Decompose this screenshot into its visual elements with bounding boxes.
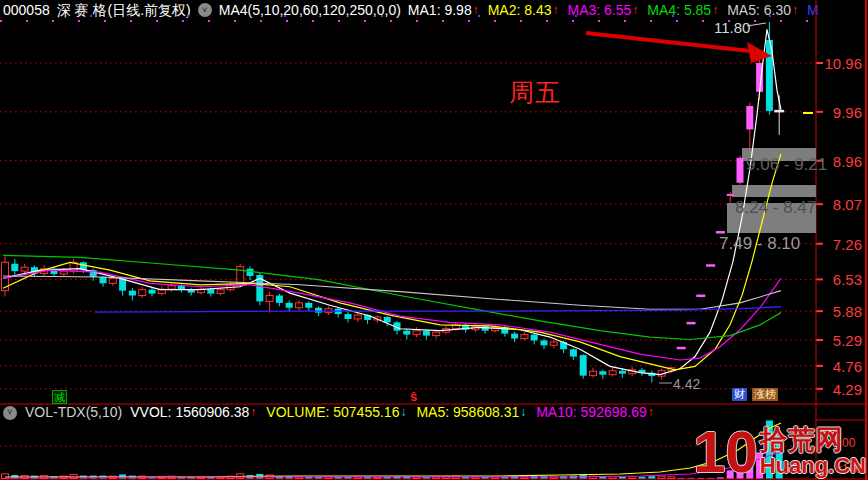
site-watermark: 10 拾荒网 Huang.CN xyxy=(693,424,866,480)
indicator-value: MA5: 958608.31↓ xyxy=(416,405,526,420)
sell-signal-marker: ŝ xyxy=(410,389,417,404)
up-arrow-icon: ↑ xyxy=(250,405,256,420)
axis-price-label: 4.29 xyxy=(818,381,862,398)
gap-range-label-2: 8.24 - 8.47 xyxy=(735,198,816,218)
reduce-signal-marker: 减 xyxy=(52,390,67,404)
up-arrow-icon: ↑ xyxy=(648,405,654,420)
high-price-label: 11.80 xyxy=(714,19,750,36)
axis-price-label: 5.88 xyxy=(818,303,862,320)
indicator-value: VOLUME: 507455.16↓ xyxy=(266,405,406,420)
watermark-domain: Huang.CN xyxy=(760,454,866,477)
stock-chart-app: 000058 深 赛 格 (日线.前复权) ˅ MA4(5,10,20,60,1… xyxy=(0,0,868,480)
gap-range-label-3: 7.49 - 8.10 xyxy=(719,234,800,254)
finance-badge[interactable]: 财 xyxy=(732,388,747,401)
axis-price-label: 5.29 xyxy=(818,332,862,349)
down-arrow-icon: ↓ xyxy=(520,405,526,420)
gap-range-label-1: 9.06 - 9.21 xyxy=(746,155,827,175)
gainers-badge[interactable]: 涨榜 xyxy=(752,388,778,401)
axis-price-label: 8.07 xyxy=(818,196,862,213)
indicator-value: MA10: 592698.69↑ xyxy=(536,405,654,420)
axis-price-label: 7.26 xyxy=(818,236,862,253)
axis-price-label: 6.53 xyxy=(818,271,862,288)
indicator-value: VVOL: 1560906.38↑ xyxy=(130,405,256,420)
axis-price-label: 9.96 xyxy=(818,104,862,121)
axis-price-label: 4.76 xyxy=(818,358,862,375)
volume-value-list: VVOL: 1560906.38↑VOLUME: 507455.16↓MA5: … xyxy=(130,405,653,420)
low-price-label: 4.42 xyxy=(673,376,700,392)
watermark-10-logo: 10 xyxy=(693,424,758,480)
volume-indicator-bar: ˅ VOL-TDX(5,10) VVOL: 1560906.38↑VOLUME:… xyxy=(0,405,819,420)
chevron-down-icon[interactable]: ˅ xyxy=(3,406,17,420)
watermark-site-name: 拾荒网 xyxy=(760,427,866,454)
axis-price-label: 10.96 xyxy=(818,55,862,72)
friday-annotation: 周五 xyxy=(509,76,561,109)
down-arrow-icon: ↓ xyxy=(400,405,406,420)
volume-indicator-name[interactable]: VOL-TDX(5,10) xyxy=(25,405,122,420)
